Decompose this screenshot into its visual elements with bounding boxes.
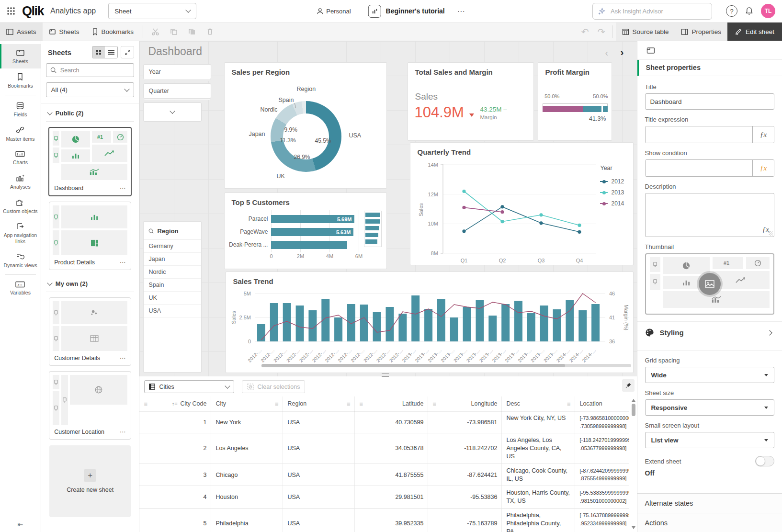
avatar[interactable]: TL — [761, 4, 775, 18]
column-header[interactable]: Desc — [506, 400, 520, 408]
collapsed-filterpane[interactable] — [143, 102, 202, 122]
donut-chart[interactable] — [271, 101, 341, 172]
actions-section[interactable]: Actions — [637, 513, 782, 532]
change-thumbnail-button[interactable] — [699, 273, 721, 295]
styling-section[interactable]: Styling — [645, 322, 774, 343]
sales-trend-chart[interactable]: Sales Trend 02.5M5M364146SalesMargin (%)… — [226, 272, 634, 373]
legend-item-2012[interactable]: 2012 — [600, 178, 624, 185]
copy-button[interactable] — [165, 23, 183, 41]
sales-per-region-chart[interactable]: Sales per Region Region Spain Nordic Jap… — [224, 62, 387, 189]
section-my-own[interactable]: My own (2) — [41, 274, 139, 292]
rail-item-sheets[interactable]: Sheets — [0, 44, 41, 68]
help-icon[interactable]: ? — [726, 5, 737, 17]
column-header[interactable]: Location — [579, 399, 602, 408]
column-menu-icon[interactable]: ≡ — [347, 401, 351, 407]
create-new-sheet-button[interactable]: + Create new sheet — [49, 445, 131, 517]
app-icon[interactable] — [368, 5, 381, 18]
source-table-button[interactable]: Source table — [616, 23, 675, 41]
chart-scroll-preview[interactable] — [364, 211, 382, 247]
profit-margin-gauge[interactable]: Profit Margin -50.0% 50.0% 41.3% — [538, 62, 612, 141]
show-condition-input[interactable] — [646, 160, 752, 176]
grid-spacing-select[interactable]: Wide — [645, 367, 774, 383]
expression-editor-button[interactable]: ƒx — [752, 160, 774, 176]
insight-advisor-input[interactable] — [610, 7, 688, 15]
column-header[interactable]: Latitude — [402, 400, 423, 407]
column-header[interactable]: Region — [287, 400, 306, 407]
rail-item-custom-objects[interactable]: Custom objects — [0, 194, 41, 218]
description-textarea[interactable]: ƒx — [645, 193, 774, 237]
rail-item-bookmarks[interactable]: Bookmarks — [0, 68, 41, 93]
scroll-up-icon[interactable] — [632, 399, 635, 402]
legend-item-2014[interactable]: 2014 — [600, 200, 624, 207]
bookmarks-tab[interactable]: Bookmarks — [86, 23, 140, 41]
assets-tab[interactable]: Assets — [0, 23, 43, 41]
rail-item-fields[interactable]: Fields — [0, 97, 41, 122]
split-drag-handle[interactable] — [382, 374, 389, 377]
sheet-card-customer-location[interactable]: Customer Location ⋯ — [49, 371, 131, 440]
top-5-customers-chart[interactable]: Top 5 Customers 02M4M6MParacel5.69MPageW… — [224, 192, 387, 269]
sheets-search-input[interactable] — [59, 67, 124, 74]
total-sales-margin-kpi[interactable]: Total Sales and Margin Sales 104.9M 43.2… — [408, 62, 534, 141]
app-launcher-icon[interactable] — [7, 7, 15, 15]
year-filterpane[interactable]: Year — [143, 64, 211, 79]
table-scrollbar[interactable] — [629, 396, 636, 532]
filter-value-spain[interactable]: Spain — [144, 279, 201, 292]
expand-panel-button[interactable] — [121, 46, 134, 58]
rail-item-dynamic-views[interactable]: Dynamic views — [0, 249, 41, 272]
cut-button[interactable] — [146, 23, 165, 41]
paste-button[interactable] — [183, 23, 201, 41]
quarter-filterpane[interactable]: Quarter — [143, 83, 211, 99]
sheet-card-customer-details[interactable]: Customer Details ⋯ — [49, 297, 131, 366]
sheets-filter-dropdown[interactable]: All (4) — [46, 82, 135, 97]
rail-item-master-items[interactable]: Master items — [0, 122, 41, 146]
column-menu-icon[interactable]: ≡ — [567, 401, 571, 407]
column-header[interactable]: Longitude — [471, 400, 498, 407]
alternate-states-section[interactable]: Alternate states — [637, 494, 782, 513]
sheet-type-dropdown[interactable]: Sheet — [108, 3, 196, 19]
properties-button[interactable]: Properties — [675, 23, 727, 41]
filter-value-japan[interactable]: Japan — [144, 253, 201, 266]
insight-advisor-search[interactable] — [592, 3, 712, 20]
collapse-rail-button[interactable]: ⇤ — [0, 521, 41, 528]
list-view-button[interactable] — [105, 46, 117, 58]
scroll-down-icon[interactable] — [632, 526, 635, 529]
scrollbar-thumb[interactable] — [261, 364, 565, 367]
extend-sheet-toggle[interactable] — [755, 456, 774, 466]
expression-editor-button[interactable]: ƒx — [762, 226, 769, 234]
sheets-tab[interactable]: Sheets — [43, 23, 86, 41]
sheet-card-product-details[interactable]: Product Details ⋯ — [49, 202, 131, 270]
clear-selections-button[interactable]: Clear selections — [242, 380, 305, 393]
legend-item-2013[interactable]: 2013 — [600, 189, 624, 196]
chart-horizontal-scrollbar[interactable] — [261, 364, 631, 367]
rail-item-app-navigation-links[interactable]: App navigation links — [0, 218, 41, 248]
bar[interactable]: 5.63M — [271, 228, 353, 236]
section-public[interactable]: Public (2) — [41, 103, 139, 121]
sheet-card-menu[interactable]: ⋯ — [120, 184, 126, 192]
sheet-card-dashboard[interactable]: #1 Dashboard ⋯ — [48, 127, 132, 196]
expression-editor-button[interactable]: ƒx — [752, 126, 774, 143]
grid-view-button[interactable] — [92, 46, 105, 58]
table-row[interactable]: 3ChicagoUSA41.875555-87.624421Chicago, C… — [139, 464, 636, 487]
small-screen-layout-select[interactable]: List view — [645, 432, 774, 448]
filter-value-germany[interactable]: Germany — [144, 240, 201, 253]
previous-sheet-button[interactable]: ‹ — [605, 47, 608, 58]
column-menu-icon[interactable]: ≡ — [359, 401, 363, 407]
sheet-card-menu[interactable]: ⋯ — [120, 428, 126, 435]
sheet-card-menu[interactable]: ⋯ — [120, 259, 126, 266]
region-filterpane[interactable]: Region Germany Japan Nordic Spain UK USA — [143, 221, 202, 373]
delete-button[interactable] — [201, 23, 219, 41]
filter-value-uk[interactable]: UK — [144, 292, 201, 305]
column-menu-icon[interactable]: ≡ — [432, 401, 436, 407]
bar[interactable] — [271, 241, 347, 249]
app-menu-button[interactable]: ⋯ — [457, 7, 466, 16]
next-sheet-button[interactable]: › — [620, 46, 623, 58]
app-name[interactable]: Beginner's tutorial — [386, 7, 445, 15]
sheet-card-menu[interactable]: ⋯ — [120, 354, 126, 362]
scrollbar-thumb[interactable] — [632, 404, 635, 416]
pin-button[interactable] — [622, 379, 635, 392]
bar[interactable]: 5.69M — [271, 215, 354, 223]
filter-value-nordic[interactable]: Nordic — [144, 266, 201, 279]
column-header[interactable]: City — [215, 400, 226, 407]
resize-grip[interactable] — [769, 231, 773, 236]
column-header[interactable]: City Code — [181, 400, 207, 407]
